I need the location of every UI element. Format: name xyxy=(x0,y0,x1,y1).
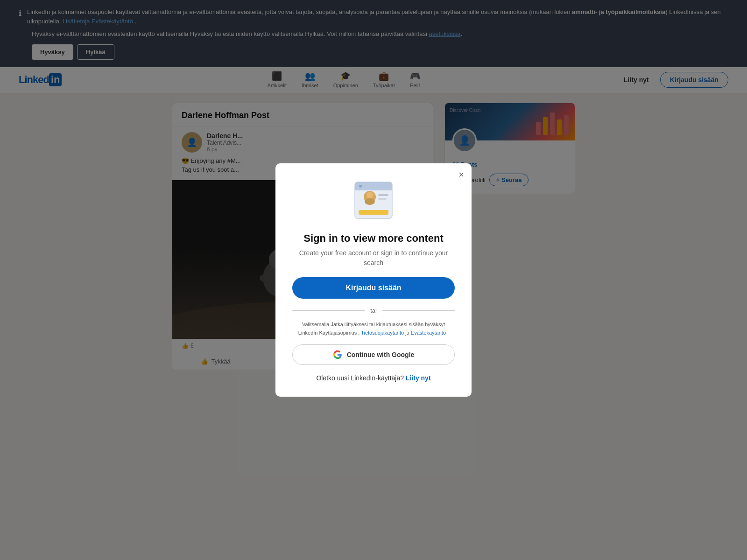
divider-line-left xyxy=(292,310,365,311)
svg-rect-16 xyxy=(355,188,392,190)
modal-divider: tai xyxy=(292,307,455,314)
divider-text: tai xyxy=(370,307,377,314)
modal-join: Oletko uusi LinkedIn-käyttäjä? Liity nyt xyxy=(316,374,430,382)
google-button-label: Continue with Google xyxy=(347,351,415,358)
modal-illustration xyxy=(345,178,402,225)
modal-signin-button[interactable]: Kirjaudu sisään xyxy=(292,277,455,299)
svg-point-17 xyxy=(359,185,362,188)
svg-point-20 xyxy=(365,198,375,205)
svg-point-19 xyxy=(366,192,373,198)
modal-subtitle: Create your free account or sign in to c… xyxy=(292,248,455,268)
divider-line-right xyxy=(382,310,455,311)
terms-link-cookies[interactable]: Evästekäytäntö xyxy=(411,330,446,336)
svg-rect-22 xyxy=(378,198,387,200)
google-signin-button[interactable]: Continue with Google xyxy=(292,344,455,365)
sign-in-modal: × Sign in to xyxy=(275,163,472,397)
modal-terms: Valitsemalla Jatka liittyäksesi tai kirj… xyxy=(292,321,455,337)
profile-card-illustration xyxy=(345,178,402,223)
svg-rect-23 xyxy=(359,210,388,215)
join-link[interactable]: Liity nyt xyxy=(406,374,431,382)
modal-close-button[interactable]: × xyxy=(458,170,464,179)
modal-title: Sign in to view more content xyxy=(303,232,443,245)
svg-rect-21 xyxy=(378,194,388,196)
google-icon xyxy=(333,350,342,359)
modal-overlay[interactable]: × Sign in to xyxy=(0,0,747,560)
terms-link-privacy[interactable]: Tietosuojakäytäntö xyxy=(361,330,404,336)
